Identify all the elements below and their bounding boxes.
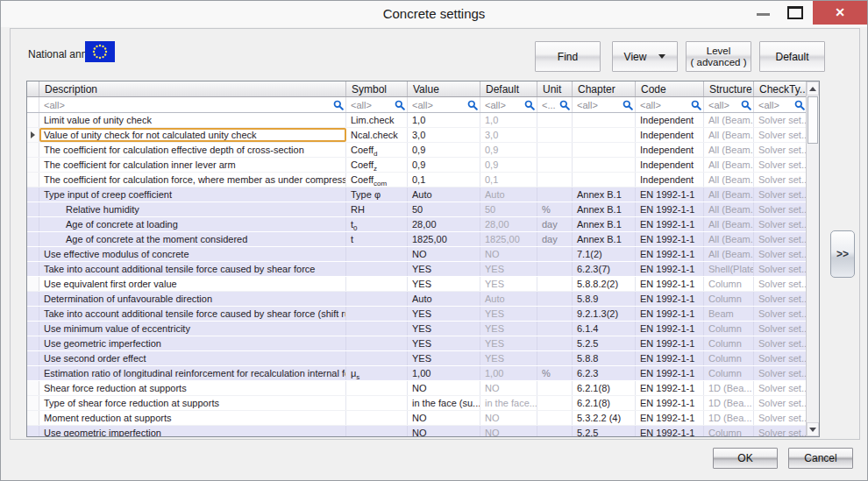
cell-symbol[interactable]: Coeffcom [346,173,408,187]
cell-code[interactable]: EN 1992-1-1 [636,396,704,410]
table-row[interactable]: Estimation ratio of longitudinal reinfor… [27,366,819,381]
cell-chapter[interactable]: 9.2.1.3(2) [573,307,636,321]
filter-default[interactable]: <all> [480,97,537,112]
table-row[interactable]: Value of unity check for not calculated … [27,128,819,143]
cell-chapter[interactable]: Annex B.1 [573,187,636,202]
search-icon[interactable] [741,100,751,110]
cell-structure[interactable]: Column [704,336,754,350]
cell-default[interactable]: 1,00 [480,366,537,380]
cell-symbol[interactable] [346,396,408,410]
cell-value[interactable]: NO [408,247,480,261]
cell-unit[interactable] [537,396,573,410]
cell-chapter[interactable]: 6.2.1(8) [573,381,636,395]
cell-value[interactable]: NO [408,426,480,437]
column-header-value[interactable]: Value [408,81,480,96]
cell-structure[interactable]: Column [704,277,754,291]
cell-checktype[interactable]: Solver set... [754,396,808,410]
cell-value[interactable]: 1,00 [408,366,480,380]
table-row[interactable]: Moment reduction at supportsNONO5.3.2.2 … [27,411,819,426]
cell-unit[interactable] [537,187,573,202]
table-row[interactable]: Age of concrete at loadingt028,0028,00da… [27,217,819,232]
cell-code[interactable]: EN 1992-1-1 [636,247,704,261]
filter-symbol[interactable]: <all> [346,97,408,112]
cell-checktype[interactable]: Solver set... [754,217,808,231]
cell-structure[interactable]: 1D (Bea... [704,411,754,425]
cell-chapter[interactable]: 5.8.8.2(2) [573,277,636,291]
cell-symbol[interactable] [346,247,408,261]
cell-description[interactable]: Use geometric imperfection [39,336,346,350]
cell-value[interactable]: 0,9 [408,143,480,157]
column-header-code[interactable]: Code [636,81,704,96]
cell-default[interactable]: YES [480,307,537,321]
cell-description[interactable]: Take into account additional tensile for… [39,307,346,321]
cell-structure[interactable]: Column [704,351,754,365]
column-header-structure[interactable]: Structure [704,81,754,96]
cell-symbol[interactable]: Coeffz [346,158,408,172]
cell-default[interactable]: 1,0 [480,113,537,127]
table-row[interactable]: The coefficient for calculation effectiv… [27,143,819,158]
search-icon[interactable] [559,100,570,110]
cell-description[interactable]: Use effective modulus of concrete [39,247,346,261]
cell-code[interactable]: EN 1992-1-1 [636,262,704,276]
cell-structure[interactable]: Column [704,426,754,437]
cell-code[interactable]: Independent [636,128,704,142]
column-header-description[interactable]: Description [39,81,346,96]
cell-code[interactable]: EN 1992-1-1 [636,366,704,380]
cell-symbol[interactable] [346,277,408,291]
cell-symbol[interactable] [346,411,408,425]
cancel-button[interactable]: Cancel [788,448,853,469]
cell-default[interactable]: NO [480,411,537,425]
cell-structure[interactable]: Beam [704,307,754,321]
cell-chapter[interactable] [573,128,636,142]
cell-unit[interactable]: % [537,366,573,380]
filter-value[interactable]: <all> [408,97,480,112]
cell-code[interactable]: EN 1992-1-1 [636,336,704,350]
cell-description[interactable]: Limit value of unity check [39,113,346,127]
maximize-button[interactable] [780,1,810,25]
cell-symbol[interactable]: t0 [346,217,408,231]
cell-unit[interactable] [537,128,573,142]
cell-value[interactable]: 28,00 [408,217,480,231]
cell-default[interactable]: YES [480,277,537,291]
cell-chapter[interactable]: 6.2.3 [573,366,636,380]
cell-value[interactable]: YES [408,351,480,365]
cell-unit[interactable] [537,262,573,276]
cell-checktype[interactable]: Solver set... [754,411,808,425]
cell-description[interactable]: The coefficient for calculation force, w… [39,173,346,187]
cell-value[interactable]: in the face (su... [408,396,480,410]
cell-symbol[interactable] [346,426,408,437]
cell-value[interactable]: 0,9 [408,158,480,172]
cell-checktype[interactable]: Solver set... [754,173,808,187]
cell-default[interactable]: 1825,00 [480,232,537,246]
cell-default[interactable]: NO [480,426,537,437]
table-row[interactable]: Use equivalent first order valueYESYES5.… [27,277,819,292]
column-header-symbol[interactable]: Symbol [346,81,408,96]
cell-code[interactable]: EN 1992-1-1 [636,202,704,216]
cell-chapter[interactable]: 7.1(2) [573,247,636,261]
ok-button[interactable]: OK [713,448,778,469]
cell-unit[interactable] [537,351,573,365]
cell-checktype[interactable]: Solver set... [754,143,808,157]
cell-code[interactable]: EN 1992-1-1 [636,411,704,425]
scroll-down-button[interactable] [807,422,819,436]
cell-default[interactable]: YES [480,262,537,276]
cell-structure[interactable]: All (Beam... [704,143,754,157]
table-row[interactable]: Take into account additional tensile for… [27,262,819,277]
table-row[interactable]: Use second order effectYESYES5.8.8EN 199… [27,351,819,366]
cell-description[interactable]: Shear force reduction at supports [39,381,346,395]
cell-default[interactable]: 0,9 [480,158,537,172]
table-row[interactable]: Shear force reduction at supportsNONO6.2… [27,381,819,396]
cell-symbol[interactable]: RH [346,202,408,216]
cell-checktype[interactable]: Solver set... [754,158,808,172]
cell-code[interactable]: Independent [636,158,704,172]
cell-unit[interactable]: day [537,217,573,231]
filter-unit[interactable]: <... [537,97,573,112]
cell-checktype[interactable]: Solver set... [754,366,808,380]
cell-code[interactable]: EN 1992-1-1 [636,232,704,246]
cell-chapter[interactable]: Annex B.1 [573,217,636,231]
cell-code[interactable]: EN 1992-1-1 [636,426,704,437]
cell-value[interactable]: 50 [408,202,480,216]
cell-value[interactable]: NO [408,381,480,395]
search-icon[interactable] [467,100,478,110]
close-button[interactable]: ✕ [813,1,867,25]
